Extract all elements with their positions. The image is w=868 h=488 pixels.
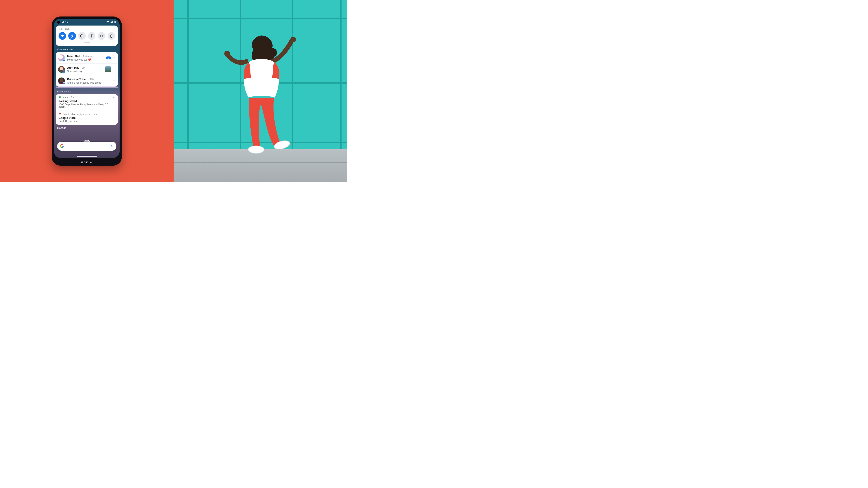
dnd-icon (80, 34, 84, 38)
mic-icon[interactable] (110, 144, 114, 148)
svg-rect-1 (81, 36, 83, 36)
notification-item[interactable]: Maps · 5mParking saved1600 Amphitheatre … (56, 94, 118, 111)
qs-tile-bluetooth[interactable] (68, 32, 76, 40)
gmail-icon (59, 113, 61, 116)
marketing-right-panel (174, 0, 347, 182)
notifications-list: Maps · 5mParking saved1600 Amphitheatre … (56, 94, 118, 125)
quick-settings-panel: Tue, Sep 8 (56, 26, 118, 46)
phone-frame: 05:40 Tue, Sep 8 Conversations Mom, Dad … (52, 17, 122, 166)
chevron-down-icon[interactable] (112, 79, 116, 83)
notification-app: Maps (63, 96, 68, 99)
chevron-down-icon[interactable] (112, 96, 116, 99)
bluetooth-icon (70, 34, 74, 38)
status-bar: 05:40 (54, 19, 120, 25)
svg-rect-3 (111, 34, 112, 35)
conversation-meta: · 6m (81, 67, 85, 69)
image-thumbnail (105, 66, 111, 72)
conversation-title: Aunt May (67, 66, 79, 69)
messenger-badge-icon (63, 70, 65, 73)
chevron-down-icon[interactable] (112, 68, 116, 71)
conversation-item[interactable]: Aunt May · 6mSent an image (56, 64, 118, 75)
battery-icon (110, 34, 113, 38)
svg-point-8 (248, 146, 264, 153)
autorotate-icon (100, 34, 103, 38)
unread-badge: 3 (106, 57, 111, 59)
qs-drag-handle[interactable] (84, 42, 90, 43)
svg-point-4 (60, 97, 60, 97)
google-search-bar[interactable] (57, 142, 116, 151)
avatar (58, 77, 65, 84)
conversation-meta: · 10h (89, 78, 94, 80)
notifications-header: Notifications (54, 88, 120, 94)
messenger-badge-icon (63, 82, 65, 85)
google-logo-icon (60, 144, 64, 148)
notification-title: Google Store (59, 116, 115, 120)
status-time: 05:40 (62, 20, 68, 23)
qs-tile-dnd[interactable] (78, 32, 86, 40)
notification-app: Gmail (63, 113, 68, 116)
qs-tile-flashlight[interactable] (88, 32, 95, 40)
gesture-nav-pill[interactable] (76, 156, 97, 157)
conversation-item[interactable]: Principal Toben · 10hAnnie's report toda… (56, 75, 118, 87)
dancing-person-illustration (214, 26, 307, 160)
conversation-meta: · Just now (81, 55, 92, 58)
conversations-header: Conversations (54, 46, 120, 52)
battery-icon (114, 20, 116, 23)
avatar (58, 66, 65, 73)
notification-body: 1600 Amphitheatre Pkwy, Mountain View, C… (59, 103, 115, 108)
notification-meta: · 5m (69, 96, 74, 99)
svg-point-7 (290, 37, 296, 42)
qs-tile-autorotate[interactable] (98, 32, 105, 40)
camera-punch-hole (57, 21, 60, 24)
conversation-title: Mom, Dad (67, 55, 80, 58)
chevron-down-icon[interactable] (112, 113, 116, 116)
conversation-body: Mom: love you too ❤️ (67, 58, 104, 61)
conversation-body: Sent an image (67, 70, 103, 72)
notification-item[interactable]: Gmail · chance@gmail.com · 5mGoogle Stor… (56, 111, 118, 125)
conversation-body: Annie's report today was great! (67, 81, 110, 84)
notification-title: Parking saved (59, 100, 115, 103)
avatar (58, 55, 65, 61)
marketing-left-panel: 05:40 Tue, Sep 8 Conversations Mom, Dad … (0, 0, 174, 182)
flashlight-icon (90, 34, 94, 38)
notification-meta: · 5m (92, 113, 97, 116)
notification-account: · chance@gmail.com (70, 113, 91, 116)
qs-tile-wifi[interactable] (59, 32, 66, 40)
wifi-icon (106, 20, 109, 23)
status-icons (106, 20, 116, 23)
conversation-item[interactable]: Mom, Dad · Just nowMom: love you too ❤️3 (56, 52, 118, 64)
maps-icon (59, 96, 61, 99)
chevron-down-icon[interactable] (112, 56, 116, 59)
notification-body: Earth Day is here (59, 120, 115, 123)
wifi-icon (61, 34, 64, 38)
messenger-badge-icon (63, 59, 65, 62)
conversations-list: Mom, Dad · Just nowMom: love you too ❤️3… (56, 52, 118, 87)
conversation-title: Principal Toben (67, 78, 87, 81)
svg-rect-2 (111, 35, 112, 37)
signal-icon (110, 20, 113, 23)
qs-date: Tue, Sep 8 (59, 28, 115, 30)
svg-point-6 (224, 51, 230, 56)
manage-button[interactable]: Manage (54, 125, 120, 129)
qs-tile-battery[interactable] (107, 32, 115, 40)
phone-screen: 05:40 Tue, Sep 8 Conversations Mom, Dad … (54, 19, 120, 158)
phone-brand-label: NOKIA (52, 161, 122, 164)
